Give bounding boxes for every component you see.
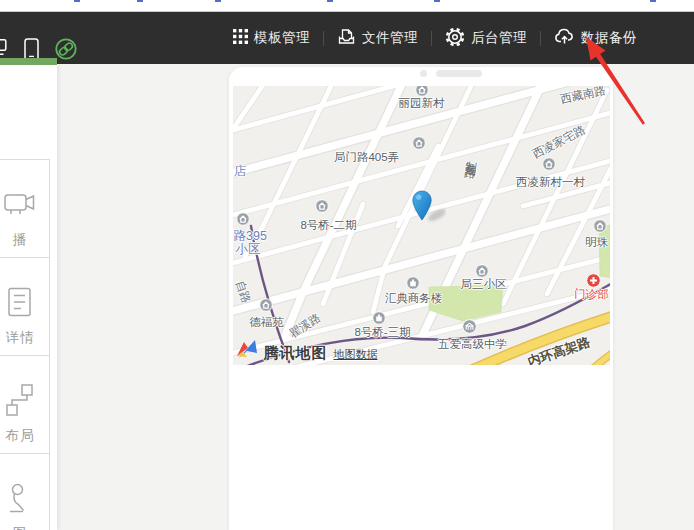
sidebar-item-label: 图 [13, 525, 28, 530]
map-poi-label: 局三小区 [461, 277, 507, 292]
home-poi-icon [259, 298, 273, 312]
clinic-poi-icon [586, 273, 600, 287]
map-poi-label: 西凌新村一村 [516, 175, 585, 190]
map-poi-label: 五爱高级中学 [438, 337, 507, 352]
map-area-label: 小区 [236, 241, 261, 258]
home-poi-icon [315, 199, 329, 213]
map-road-label: 自路 [233, 279, 254, 306]
detail-doc-icon [3, 285, 37, 323]
menu-label: 数据备份 [581, 29, 637, 47]
divider [540, 31, 541, 46]
home-poi-icon [542, 157, 556, 171]
screen: 模板管理 文件管理 [0, 0, 694, 530]
layout-icon [3, 383, 37, 421]
home-poi-icon [412, 136, 426, 150]
map-poi-label: 丽园新村 [399, 96, 445, 111]
sidebar-item-label: 详情 [6, 329, 35, 347]
link-icon[interactable] [55, 38, 77, 64]
map-road-label: 瞿溪路 [286, 310, 323, 341]
divider [323, 31, 324, 46]
grid-icon [233, 29, 248, 47]
map-poi-label: 8号桥-三期 [354, 325, 410, 340]
sidebar-item-label: 播 [13, 231, 28, 249]
topbar-menu: 模板管理 文件管理 [233, 12, 637, 64]
map-poi-label: 德福苑 [249, 315, 284, 330]
phone-preview: 丽园新村局门路405弄8号桥-二期西凌新村一村德福苑汇典商务楼8号桥-三期局三小… [229, 67, 613, 530]
home-poi-icon [236, 212, 250, 226]
menu-label: 后台管理 [471, 29, 527, 47]
menu-label: 文件管理 [362, 29, 418, 47]
menu-label: 模板管理 [254, 29, 310, 47]
building-poi-icon [372, 311, 386, 325]
menu-item-data-backup[interactable]: 数据备份 [554, 27, 637, 49]
map-area-label: 酒店 [233, 163, 247, 180]
topbar: 模板管理 文件管理 [0, 12, 694, 64]
tencent-maps-logo-icon [235, 339, 258, 363]
sidebar-item-map[interactable]: 图 [0, 453, 50, 530]
map-canvas[interactable]: 丽园新村局门路405弄8号桥-二期西凌新村一村德福苑汇典商务楼8号桥-三期局三小… [233, 86, 610, 365]
map-person-icon [3, 481, 37, 519]
file-tray-icon [337, 27, 356, 49]
map-poi-label: 门诊部 [574, 287, 609, 302]
map-poi-label: 汇典商务楼 [385, 291, 443, 306]
sidebar-accent [0, 58, 57, 65]
sidebar: 播 详情 布局 图 [0, 65, 57, 530]
tencent-maps-logo-text: 腾讯地图 [264, 344, 328, 363]
gear-icon [445, 27, 465, 50]
school-poi-icon [462, 319, 476, 333]
phone-camera-dot [420, 70, 427, 77]
menu-item-backend-management[interactable]: 后台管理 [445, 27, 527, 50]
sidebar-item-label: 布局 [6, 427, 35, 445]
map-pin[interactable] [412, 190, 446, 230]
map-poi-label: 8号桥-二期 [300, 218, 356, 233]
carousel-icon [3, 187, 37, 225]
map-road-label: 西藏南路 [558, 86, 606, 107]
cloud-upload-icon [554, 27, 575, 49]
divider [431, 31, 432, 46]
map-road-label: 西凌家宅路 [529, 122, 587, 161]
building-poi-icon [406, 276, 420, 290]
browser-edge [0, 0, 694, 12]
menu-item-template-management[interactable]: 模板管理 [233, 29, 310, 47]
menu-item-file-management[interactable]: 文件管理 [337, 27, 418, 49]
map-road-label: 制造局路 [464, 151, 480, 161]
map-poi-label: 明珠 [585, 235, 608, 250]
map-road-label: 内环高架路 [525, 333, 592, 365]
phone-speaker [436, 70, 482, 77]
map-data-link[interactable]: 地图数据 [334, 347, 378, 362]
map-poi-label: 局门路405弄 [334, 150, 399, 165]
map-attribution: 腾讯地图 地图数据 [235, 339, 378, 363]
home-poi-icon [593, 219, 607, 233]
